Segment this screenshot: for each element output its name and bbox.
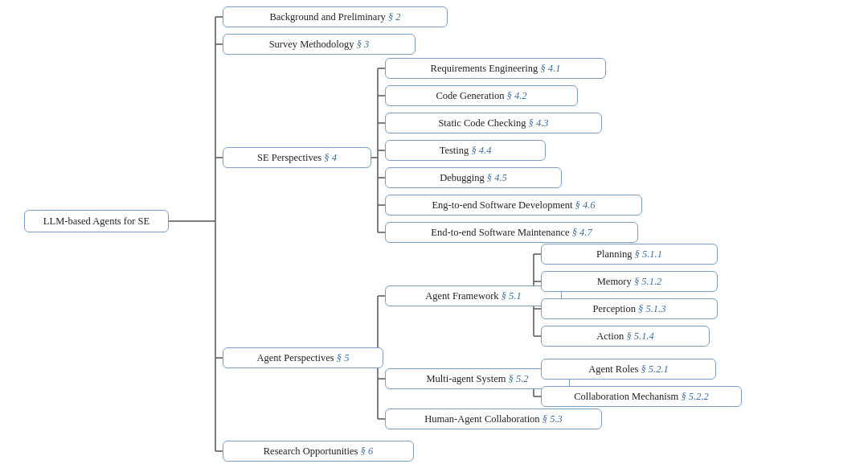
- collab-label: Collaboration Mechanism § 5.2.2: [574, 391, 709, 403]
- humanagent-label: Human-Agent Collaboration § 5.3: [424, 413, 563, 425]
- static-sect: § 4.3: [529, 117, 549, 129]
- memory-label: Memory § 5.1.2: [597, 276, 662, 288]
- se-label: SE Perspectives § 4: [257, 152, 337, 164]
- diagram: LLM-based Agents for SE Background and P…: [0, 0, 868, 464]
- memory-node: Memory § 5.1.2: [541, 271, 718, 292]
- action-node: Action § 5.1.4: [541, 326, 710, 347]
- bg-node: Background and Preliminary § 2: [223, 6, 448, 27]
- action-label: Action § 5.1.4: [596, 331, 654, 343]
- multiagent-sect: § 5.2: [509, 373, 529, 384]
- testing-sect: § 4.4: [471, 145, 491, 156]
- planning-label: Planning § 5.1.1: [596, 248, 662, 261]
- root-node: LLM-based Agents for SE: [24, 210, 169, 232]
- engtoend-node: Eng-to-end Software Development § 4.6: [385, 195, 642, 216]
- debug-node: Debugging § 4.5: [385, 167, 562, 188]
- memory-sect: § 5.1.2: [634, 276, 661, 287]
- perception-sect: § 5.1.3: [638, 303, 665, 314]
- codegen-node: Code Generation § 4.2: [385, 85, 578, 106]
- bg-label: Background and Preliminary § 2: [269, 11, 400, 23]
- endtoend-node: End-to-end Software Maintenance § 4.7: [385, 222, 638, 243]
- se-node: SE Perspectives § 4: [223, 147, 371, 168]
- research-label: Research Opportunities § 6: [264, 446, 373, 458]
- humanagent-sect: § 5.3: [542, 413, 563, 425]
- agent-label: Agent Perspectives § 5: [257, 352, 350, 364]
- framework-label: Agent Framework § 5.1: [425, 290, 521, 302]
- planning-sect: § 5.1.1: [635, 248, 662, 260]
- debug-sect: § 4.5: [487, 172, 507, 183]
- debug-label: Debugging § 4.5: [440, 172, 507, 184]
- research-node: Research Opportunities § 6: [223, 441, 414, 462]
- multiagent-label: Multi-agent System § 5.2: [426, 373, 528, 385]
- action-sect: § 5.1.4: [626, 331, 653, 342]
- se-sect: § 4: [324, 152, 337, 163]
- survey-node: Survey Methodology § 3: [223, 34, 416, 55]
- survey-label: Survey Methodology § 3: [269, 39, 370, 51]
- collab-sect: § 5.2.2: [681, 391, 708, 402]
- engtoend-label: Eng-to-end Software Development § 4.6: [432, 199, 595, 211]
- testing-node: Testing § 4.4: [385, 140, 546, 161]
- perception-node: Perception § 5.1.3: [541, 298, 718, 319]
- framework-node: Agent Framework § 5.1: [385, 285, 562, 306]
- agentroles-sect: § 5.2.1: [641, 363, 668, 375]
- bg-sect: § 2: [388, 11, 401, 23]
- humanagent-node: Human-Agent Collaboration § 5.3: [385, 409, 602, 429]
- framework-sect: § 5.1: [502, 290, 522, 302]
- agent-node: Agent Perspectives § 5: [223, 347, 383, 368]
- codegen-label: Code Generation § 4.2: [436, 90, 526, 102]
- perception-label: Perception § 5.1.3: [593, 303, 666, 315]
- survey-sect: § 3: [357, 39, 370, 50]
- req-node: Requirements Engineering § 4.1: [385, 58, 606, 79]
- static-label: Static Code Checking § 4.3: [438, 117, 548, 129]
- agentroles-node: Agent Roles § 5.2.1: [541, 359, 716, 380]
- static-node: Static Code Checking § 4.3: [385, 113, 602, 133]
- engtoend-sect: § 4.6: [575, 199, 596, 211]
- endtoend-sect: § 4.7: [572, 227, 592, 238]
- agentroles-label: Agent Roles § 5.2.1: [588, 363, 669, 376]
- req-sect: § 4.1: [540, 63, 560, 74]
- req-label: Requirements Engineering § 4.1: [431, 63, 561, 75]
- endtoend-label: End-to-end Software Maintenance § 4.7: [431, 227, 592, 239]
- codegen-sect: § 4.2: [507, 90, 527, 101]
- planning-node: Planning § 5.1.1: [541, 244, 718, 265]
- root-label: LLM-based Agents for SE: [43, 216, 149, 228]
- collab-node: Collaboration Mechanism § 5.2.2: [541, 386, 742, 407]
- testing-label: Testing § 4.4: [440, 145, 492, 157]
- research-sect: § 6: [361, 446, 374, 457]
- agent-sect: § 5: [337, 352, 350, 363]
